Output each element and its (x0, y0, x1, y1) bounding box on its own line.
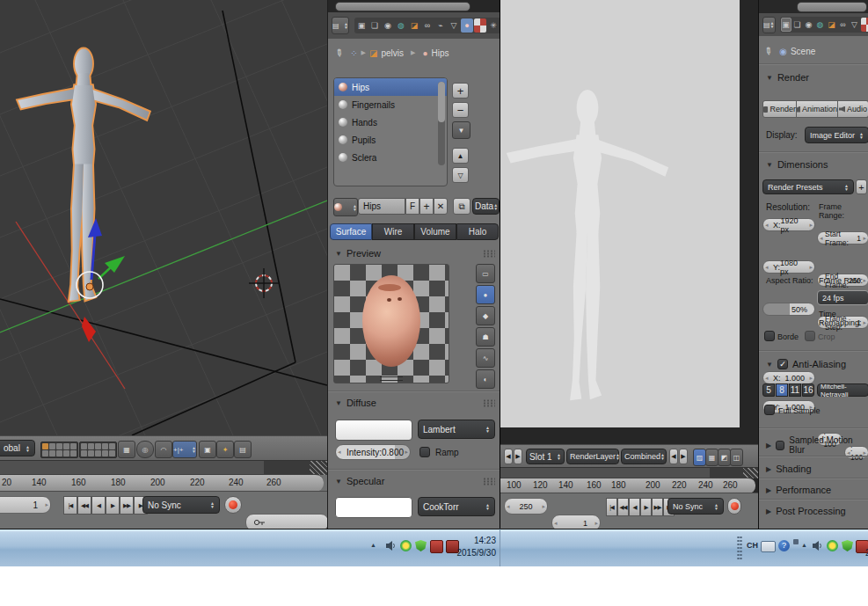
render-section-header[interactable]: ▼ Render (766, 72, 863, 83)
slot-row-active[interactable]: Hips (334, 78, 447, 96)
preview-resize-grip[interactable] (380, 376, 403, 381)
unlink-button[interactable]: ✕ (434, 198, 448, 215)
tab-wire[interactable]: Wire (372, 223, 414, 240)
horizontal-scrollbar[interactable] (797, 2, 867, 12)
play-reverse-button[interactable]: ◀ (629, 498, 640, 516)
tab-texture-icon[interactable] (474, 18, 486, 33)
clapperboard-icon[interactable]: ▤ (234, 441, 252, 458)
timeline-ruler[interactable]: 20 140 160 180 200 220 240 260 (0, 474, 324, 492)
display-dropdown[interactable]: Image Editor ▲▼ (805, 127, 868, 143)
tab-particles-icon[interactable]: ✳ (487, 18, 500, 33)
specular-shader-dropdown[interactable]: CookTorr ▲▼ (418, 497, 495, 516)
preview-world-icon[interactable]: ◐ (476, 369, 495, 389)
anti-aliasing-section-header[interactable]: ▼ ✓ Anti-Aliasing (766, 359, 863, 369)
tab-modifiers-icon[interactable]: ⌁ (434, 18, 447, 33)
help-tray-icon[interactable]: ? (778, 540, 790, 551)
channel-z-icon[interactable]: ◫ (730, 449, 743, 466)
channel-alpha-icon[interactable]: ◩ (718, 449, 731, 466)
snap-target-dropdown[interactable]: +|+▲▼ (172, 441, 197, 458)
layers-grid-1[interactable] (40, 442, 78, 458)
timeline-ruler[interactable]: 100 120 140 160 180 200 220 240 260 (500, 478, 755, 493)
slot-move-down-button[interactable]: ▽ (452, 167, 469, 183)
viewport-3d[interactable] (0, 0, 327, 435)
aa-samples-16[interactable]: 16 (802, 383, 814, 397)
slot-next-button[interactable]: ▶ (514, 449, 522, 464)
corner-resize-grip[interactable] (310, 461, 327, 475)
clock[interactable]: 14:23 2015/9/30 (443, 535, 496, 559)
play-button[interactable]: ▶ (640, 498, 652, 516)
proportional-edit-icon[interactable]: ◎ (136, 441, 154, 458)
breadcrumb-scene-label[interactable]: Scene (791, 47, 815, 56)
render-pass-dropdown[interactable]: Combined▲▼ (621, 449, 667, 464)
preset-add-button[interactable]: + (856, 179, 867, 194)
preview-cube-icon[interactable]: ◆ (476, 306, 495, 325)
end-frame-field[interactable]: 250 (504, 498, 548, 515)
preview-sphere-icon-active[interactable]: ● (476, 285, 495, 304)
tray-app-icon-red[interactable] (430, 540, 443, 553)
render-result-canvas[interactable] (500, 0, 740, 427)
node-editor-toggle[interactable]: ⧉ (453, 198, 470, 215)
layer-prev-button[interactable]: ◀ (669, 449, 678, 464)
post-processing-section-header[interactable]: ▶ Post Processing (766, 506, 863, 516)
antivirus-tray-icon[interactable] (827, 540, 838, 551)
tab-data-icon[interactable]: ▽ (850, 18, 860, 32)
anti-aliasing-checkbox[interactable]: ✓ (777, 359, 788, 369)
aa-samples-5[interactable]: 5 (762, 383, 775, 397)
input-mode-icon[interactable] (793, 539, 799, 544)
tab-render-layers-icon[interactable]: ❏ (368, 18, 381, 33)
jump-start-button[interactable]: |◀ (606, 498, 617, 516)
aa-samples-11[interactable]: 11 (789, 383, 801, 397)
slot-row[interactable]: Hands (334, 113, 447, 131)
datablock-dropdown[interactable]: Data ▲▼ (472, 198, 500, 215)
tab-object-icon[interactable]: ◪ (408, 18, 420, 33)
specular-section-header[interactable]: ▼ Specular (335, 476, 495, 486)
tab-volume[interactable]: Volume (414, 223, 456, 240)
preview-section-header[interactable]: ▼ Preview (335, 248, 495, 259)
slot-specials-menu[interactable]: ▼ (452, 121, 470, 139)
render-layer-dropdown[interactable]: RenderLayer▲▼ (566, 449, 619, 464)
editor-type-selector[interactable]: ▤▲▼ (332, 17, 349, 34)
slot-row[interactable]: Pupils (334, 131, 447, 149)
timeline-track[interactable] (0, 460, 327, 475)
diffuse-section-header[interactable]: ▼ Diffuse (335, 398, 495, 408)
record-button[interactable] (727, 498, 741, 515)
manipulator-toggle-icon[interactable]: ▦ (118, 441, 135, 458)
current-frame-field[interactable]: 1 (0, 496, 51, 514)
full-sample-checkbox[interactable] (764, 405, 775, 415)
slot-row[interactable]: Fingernails (334, 96, 447, 113)
sampled-motion-blur-header[interactable]: ▶ Sampled Motion Blur (766, 435, 863, 455)
record-button[interactable] (224, 496, 242, 514)
slot-dropdown[interactable]: Slot 1▲▼ (526, 449, 565, 464)
snap-magnet-icon[interactable]: ◠ (155, 441, 172, 458)
orientation-dropdown[interactable]: obal ▲▼ (0, 440, 35, 456)
play-button[interactable]: ▶ (106, 496, 120, 515)
dimensions-section-header[interactable]: ▼ Dimensions (766, 159, 863, 170)
sync-dropdown[interactable]: No Sync ▲▼ (142, 496, 220, 514)
next-keyframe-button[interactable]: ▶▶ (120, 496, 134, 515)
panel-grip-icon[interactable] (483, 250, 495, 258)
editor-type-selector[interactable]: ▤▲▼ (762, 17, 776, 33)
tab-render-icon-active[interactable]: ▣ (781, 18, 791, 32)
keyboard-layout-icon[interactable] (761, 541, 776, 552)
resolution-x-field[interactable]: X: 1920 px (762, 218, 815, 231)
channel-rgba-icon[interactable]: ▦ (705, 449, 718, 466)
tab-scene-icon[interactable]: ◉ (804, 18, 814, 32)
tab-world-icon[interactable]: ◍ (815, 18, 826, 32)
volume-icon[interactable] (812, 540, 823, 551)
tab-render-icon[interactable]: ▣ (355, 18, 368, 33)
pin-icon[interactable]: ✎ (762, 44, 775, 58)
panel-grip-icon[interactable] (483, 399, 495, 407)
slot-prev-button[interactable]: ◀ (504, 449, 513, 464)
toolbar-grip-icon[interactable] (737, 536, 742, 560)
panel-grip-icon[interactable] (483, 478, 495, 486)
prev-keyframe-button[interactable]: ◀◀ (77, 496, 91, 515)
tab-scene-icon[interactable]: ◉ (382, 18, 394, 33)
antivirus-tray-icon[interactable] (400, 540, 412, 551)
channel-rgb-icon-active[interactable]: ▨ (693, 449, 706, 466)
aspect-x-field[interactable]: X: 1.000 (762, 371, 815, 384)
tab-render-layers-icon[interactable]: ❏ (792, 18, 803, 32)
diffuse-intensity-slider[interactable]: Intensity: 0.800 (335, 444, 411, 460)
tab-constraints-icon[interactable]: ∞ (838, 18, 849, 32)
fake-user-button[interactable]: F (405, 198, 419, 215)
tab-world-icon[interactable]: ◍ (395, 18, 407, 33)
